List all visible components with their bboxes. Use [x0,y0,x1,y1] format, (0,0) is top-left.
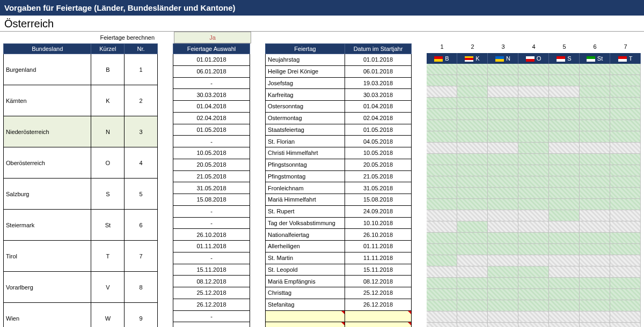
grid-cell[interactable] [580,120,610,131]
grid-cell[interactable] [518,278,549,289]
auswahl-cell[interactable]: 25.12.2018 [173,287,250,299]
grid-cell[interactable] [549,176,580,188]
grid-cell[interactable] [457,165,488,176]
grid-cell[interactable] [427,120,457,131]
feiertag-row[interactable]: Heilige Drei Könige06.01.2018 [266,65,412,77]
bund-row[interactable]: VorarlbergV8 [4,272,158,303]
grid-cell[interactable] [427,64,457,75]
grid-cell[interactable] [580,199,610,210]
grid-cell[interactable] [457,300,488,311]
grid-cell[interactable] [427,300,457,311]
grid-cell[interactable] [427,86,457,98]
grid-cell[interactable] [488,311,518,323]
grid-cell[interactable] [549,300,580,311]
feiertag-row[interactable]: Nationalfeiertag26.10.2018 [266,229,412,241]
grid-cell[interactable] [427,131,457,143]
grid-cell[interactable] [457,244,488,255]
grid-cell[interactable] [427,188,457,199]
grid-cell[interactable] [427,255,457,266]
grid-cell[interactable] [549,98,580,109]
grid-cell[interactable] [580,221,610,233]
grid-cell[interactable] [518,131,549,143]
grid-cell[interactable] [610,221,641,233]
grid-cell[interactable] [488,64,518,75]
grid-cell[interactable] [610,266,641,278]
grid-cell[interactable] [427,266,457,278]
auswahl-cell[interactable]: 01.04.2018 [173,101,250,113]
feiertag-row[interactable]: Karfreitag30.03.2018 [266,89,412,101]
grid-cell[interactable] [610,98,641,109]
grid-cell[interactable] [518,255,549,266]
grid-cell[interactable] [457,188,488,199]
feiertag-row[interactable] [266,322,412,327]
auswahl-cell[interactable]: - [173,205,250,217]
grid-cell[interactable] [580,154,610,165]
grid-cell[interactable] [488,233,518,244]
grid-cell[interactable] [580,176,610,188]
grid-cell[interactable] [610,64,641,75]
grid-cell[interactable] [549,323,580,327]
grid-cell[interactable] [610,311,641,323]
auswahl-cell[interactable]: 20.05.2018 [173,159,250,170]
calc-value[interactable]: Ja [174,32,251,43]
grid-cell[interactable] [457,86,488,98]
grid-cell[interactable] [580,300,610,311]
grid-cell[interactable] [549,311,580,323]
grid-cell[interactable] [610,109,641,120]
grid-cell[interactable] [549,109,580,120]
grid-cell[interactable] [518,64,549,75]
grid-cell[interactable] [488,143,518,154]
grid-cell[interactable] [518,210,549,221]
grid-cell[interactable] [427,289,457,300]
grid-cell[interactable] [488,120,518,131]
feiertag-row[interactable]: St. Martin11.11.2018 [266,252,412,264]
grid-cell[interactable] [488,176,518,188]
auswahl-cell[interactable]: - [173,217,250,229]
grid-cell[interactable] [580,64,610,75]
grid-cell[interactable] [457,323,488,327]
grid-cell[interactable] [427,98,457,109]
grid-cell[interactable] [580,98,610,109]
grid-cell[interactable] [610,154,641,165]
grid-cell[interactable] [488,154,518,165]
grid-cell[interactable] [518,311,549,323]
grid-cell[interactable] [488,289,518,300]
grid-flag-header[interactable]: N [488,53,518,64]
grid-cell[interactable] [610,143,641,154]
grid-cell[interactable] [580,86,610,98]
feiertag-row[interactable]: St. Rupert24.09.2018 [266,205,412,217]
grid-cell[interactable] [518,323,549,327]
grid-cell[interactable] [488,266,518,278]
bund-row[interactable]: TirolT7 [4,241,158,272]
grid-cell[interactable] [518,199,549,210]
grid-cell[interactable] [457,255,488,266]
grid-cell[interactable] [518,143,549,154]
grid-cell[interactable] [518,289,549,300]
grid-cell[interactable] [518,86,549,98]
auswahl-cell[interactable]: 01.05.2018 [173,124,250,136]
grid-flag-header[interactable]: St [580,53,610,64]
auswahl-cell[interactable]: 02.04.2018 [173,112,250,124]
grid-cell[interactable] [518,176,549,188]
auswahl-cell[interactable]: 30.03.2018 [173,89,250,101]
auswahl-cell[interactable]: - [173,77,250,89]
grid-cell[interactable] [427,323,457,327]
grid-cell[interactable] [610,323,641,327]
grid-cell[interactable] [549,199,580,210]
grid-cell[interactable] [518,109,549,120]
grid-cell[interactable] [457,120,488,131]
grid-cell[interactable] [580,131,610,143]
grid-cell[interactable] [610,199,641,210]
feiertag-row[interactable]: Ostermontag02.04.2018 [266,112,412,124]
auswahl-cell[interactable]: - [173,252,250,264]
grid-cell[interactable] [549,165,580,176]
feiertag-row[interactable]: Mariä Himmelfahrt15.08.2018 [266,194,412,206]
grid-cell[interactable] [488,255,518,266]
grid-cell[interactable] [457,210,488,221]
grid-cell[interactable] [610,188,641,199]
auswahl-cell[interactable]: 01.01.2018 [173,54,250,66]
grid-cell[interactable] [457,143,488,154]
bund-row[interactable]: BurgenlandB1 [4,54,158,85]
grid-cell[interactable] [549,188,580,199]
grid-cell[interactable] [580,323,610,327]
